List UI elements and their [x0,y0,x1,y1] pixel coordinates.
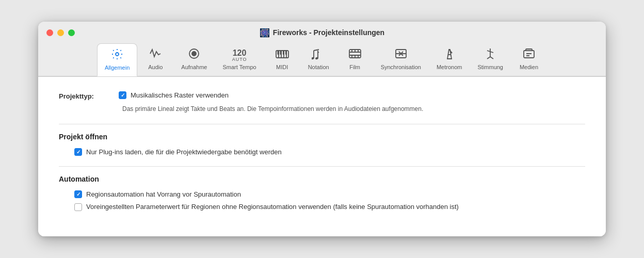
projekttyp-row: Projekttyp: ✓ Musikalisches Raster verwe… [59,91,585,100]
tab-aufnahme-label: Aufnahme [181,64,207,70]
tab-medien[interactable]: Medien [511,43,547,76]
automation-content: ✓ Regionsautomation hat Vorrang vor Spur… [74,190,585,212]
checkbox2-label: Nur Plug-ins laden, die für die Projektw… [86,148,282,156]
svg-rect-37 [524,51,534,58]
tab-stimmung-label: Stimmung [477,64,503,70]
description-text: Das primäre Lineal zeigt Takte und Beats… [122,104,585,114]
smart-tempo-icon: 120 AUTO [232,49,247,62]
tab-synchronisation[interactable]: Synchronisation [373,43,429,76]
toolbar: Allgemein Audio Aufna [46,43,598,76]
divider2 [59,166,585,167]
tab-metronom-label: Metronom [437,64,462,70]
title-icon: 🎆 [260,28,270,38]
projekttyp-section: Projekttyp: ✓ Musikalisches Raster verwe… [59,91,585,114]
tab-audio-label: Audio [148,64,163,70]
checkbox3-row: ✓ Regionsautomation hat Vorrang vor Spur… [74,190,585,198]
film-icon [348,47,362,62]
checkbox2[interactable]: ✓ [74,148,82,156]
checkbox1[interactable]: ✓ [119,91,126,99]
projekt-offnen-section: Projekt öffnen ✓ Nur Plug-ins laden, die… [59,133,585,156]
divider1 [59,124,585,124]
svg-point-2 [192,52,196,56]
record-icon [188,47,200,62]
tab-smart-tempo-label: Smart Tempo [222,64,256,70]
svg-line-17 [318,52,319,53]
svg-line-16 [314,50,319,51]
checkbox4-label: Voreingestellten Parameterwert für Regio… [86,202,459,212]
svg-rect-38 [526,49,532,51]
checkbox1-label: Musikalisches Raster verwenden [131,91,229,99]
window-title: 🎆 Fireworks - Projekteinstellungen [260,28,384,38]
gear-icon [111,48,123,62]
tab-midi[interactable]: MIDI [264,43,300,76]
automation-section: Automation ✓ Regionsautomation hat Vorra… [59,175,585,212]
tab-aufnahme[interactable]: Aufnahme [173,43,215,76]
audio-icon [149,47,162,62]
svg-rect-10 [283,51,284,55]
projekttyp-content: ✓ Musikalisches Raster verwenden [119,91,585,99]
tab-allgemein[interactable]: Allgemein [97,43,137,76]
tab-audio[interactable]: Audio [137,43,173,76]
svg-rect-8 [277,51,279,55]
tab-film-label: Film [349,64,360,70]
svg-point-0 [116,53,119,56]
tab-midi-label: MIDI [276,64,288,70]
tab-smart-tempo[interactable]: 120 AUTO Smart Tempo [215,44,264,76]
checkbox3-label: Regionsautomation hat Vorrang vor Spurau… [86,190,241,198]
tab-allgemein-label: Allgemein [105,64,130,71]
checkbox2-row: ✓ Nur Plug-ins laden, die für die Projek… [74,148,585,156]
tab-notation-label: Notation [308,64,329,70]
projekt-offnen-heading: Projekt öffnen [59,133,585,141]
tab-notation[interactable]: Notation [300,43,337,76]
checkbox3-check: ✓ [76,191,81,197]
svg-line-35 [487,57,490,59]
title-text: Fireworks - Projekteinstellungen [273,28,384,37]
checkbox4-row: Voreingestellten Parameterwert für Regio… [74,202,585,212]
metronom-icon [443,47,456,62]
svg-rect-11 [285,51,287,55]
minimize-button[interactable] [57,29,64,36]
checkbox2-check: ✓ [76,149,81,155]
close-button[interactable] [46,29,53,36]
automation-heading: Automation [59,175,585,183]
titlebar: 🎆 Fireworks - Projekteinstellungen Allge… [38,22,606,76]
tab-stimmung[interactable]: Stimmung [470,43,511,76]
projekttyp-label: Projekttyp: [59,91,110,100]
svg-point-32 [450,52,452,53]
stimmung-icon [484,47,496,62]
window-controls [46,29,75,36]
projekt-offnen-content: ✓ Nur Plug-ins laden, die für die Projek… [74,148,585,156]
sync-icon [394,47,408,62]
tab-synchronisation-label: Synchronisation [381,64,421,70]
checkbox1-row: ✓ Musikalisches Raster verwenden [119,91,585,99]
checkbox4[interactable] [74,203,82,211]
titlebar-top: 🎆 Fireworks - Projekteinstellungen [46,28,598,38]
notation-icon [312,47,325,62]
midi-icon [275,47,289,62]
checkbox1-check: ✓ [121,92,125,98]
maximize-button[interactable] [68,29,75,36]
tab-film[interactable]: Film [337,43,373,76]
main-window: 🎆 Fireworks - Projekteinstellungen Allge… [38,22,606,236]
medien-icon [522,47,536,62]
tab-metronom[interactable]: Metronom [429,43,470,76]
svg-rect-9 [280,51,281,55]
tab-medien-label: Medien [520,64,538,70]
svg-line-36 [490,57,493,59]
checkbox3[interactable]: ✓ [74,190,82,198]
content-area: Projekttyp: ✓ Musikalisches Raster verwe… [38,76,606,236]
